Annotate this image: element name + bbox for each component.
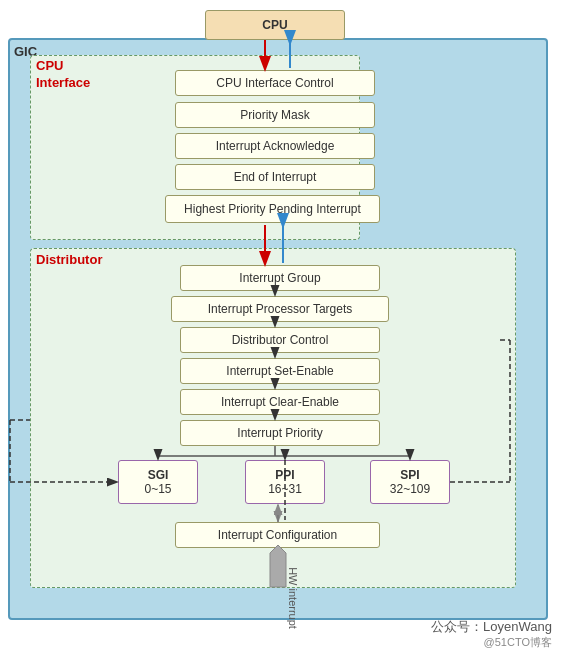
distributor-label: Distributor	[36, 252, 102, 267]
distributor-control: Distributor Control	[180, 327, 380, 353]
interrupt-set-enable: Interrupt Set-Enable	[180, 358, 380, 384]
interrupt-group: Interrupt Group	[180, 265, 380, 291]
cpu-label: CPU	[262, 18, 287, 32]
sgi-line2: 0~15	[144, 482, 171, 496]
hw-interrupt-label: HW interrupt	[287, 567, 299, 629]
interrupt-clear-enable: Interrupt Clear-Enable	[180, 389, 380, 415]
cpu-box: CPU	[205, 10, 345, 40]
ppi-line1: PPI	[275, 468, 294, 482]
cpu-interface-control: CPU Interface Control	[175, 70, 375, 96]
ppi-box: PPI 16~31	[245, 460, 325, 504]
interrupt-configuration: Interrupt Configuration	[175, 522, 380, 548]
interrupt-processor-targets: Interrupt Processor Targets	[171, 296, 389, 322]
priority-mask: Priority Mask	[175, 102, 375, 128]
end-of-interrupt: End of Interrupt	[175, 164, 375, 190]
interrupt-acknowledge: Interrupt Acknowledge	[175, 133, 375, 159]
sgi-line1: SGI	[148, 468, 169, 482]
watermark2: @51CTO博客	[484, 635, 552, 650]
ppi-line2: 16~31	[268, 482, 302, 496]
spi-line1: SPI	[400, 468, 419, 482]
highest-priority-pending: Highest Priority Pending Interrupt	[165, 195, 380, 223]
spi-line2: 32~109	[390, 482, 430, 496]
main-container: GIC CPU CPUInterface CPU Interface Contr…	[0, 0, 568, 654]
spi-box: SPI 32~109	[370, 460, 450, 504]
interrupt-priority: Interrupt Priority	[180, 420, 380, 446]
sgi-box: SGI 0~15	[118, 460, 198, 504]
watermark: 公众号：LoyenWang	[431, 618, 552, 636]
cpu-interface-label: CPUInterface	[36, 58, 90, 92]
